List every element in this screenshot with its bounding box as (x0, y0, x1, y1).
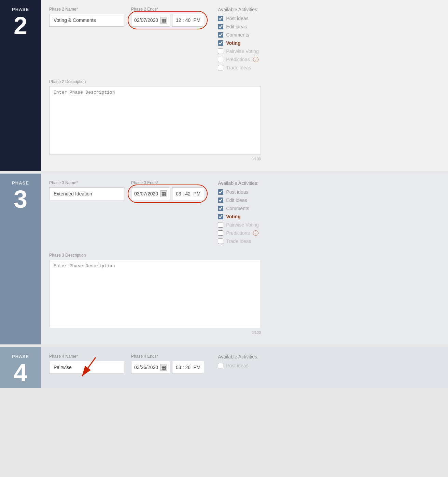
phase-2-pairwise-checkbox[interactable] (218, 49, 223, 54)
phase-4-activities: Available Activities: Post ideas (211, 354, 286, 371)
phase-3-pairwise-checkbox[interactable] (218, 222, 223, 228)
phase-2-name-label: Phase 2 Name* (49, 7, 124, 12)
phase-2-calendar-icon[interactable]: ▦ (160, 17, 167, 24)
phase-2-post-ideas-checkbox[interactable] (218, 16, 223, 21)
phase-2-description-textarea[interactable] (49, 86, 261, 154)
phase-2-date-value: 02/07/2020 (134, 17, 158, 23)
phase-4-number: 4 (14, 360, 27, 385)
phase-4-header: Phase 4 Name* Phase 4 Ends* 03/26/2020 ▦ (49, 354, 440, 374)
phase-3-char-count: 0/100 (49, 330, 261, 335)
phase-2-activity-voting: Voting (218, 40, 286, 46)
phase-3-predictions-checkbox[interactable] (218, 230, 223, 236)
phase-2-comments-label: Comments (226, 32, 249, 38)
phase-4-post-ideas-checkbox[interactable] (218, 363, 223, 368)
phase-3-post-ideas-label: Post ideas (226, 189, 248, 195)
phase-2-edit-ideas-checkbox[interactable] (218, 24, 223, 29)
phase-4-time-input[interactable]: 03 : 26 PM (172, 361, 204, 374)
phase-3-trade-ideas-checkbox[interactable] (218, 238, 223, 244)
phase-2-voting-label: Voting (226, 40, 241, 46)
phase-2-predictions-info-icon[interactable]: i (253, 57, 258, 62)
phase-2-pairwise-label: Pairwise Voting (226, 49, 259, 54)
phase-2-label: PHASE (12, 7, 29, 12)
phase-2-date-time-group: 02/07/2020 ▦ 12 : 40 PM (131, 14, 204, 27)
phase-3-voting-checkbox[interactable] (218, 214, 223, 219)
phase-2-activities-title: Available Activities: (218, 7, 286, 12)
phase-3-ends-group: Phase 3 Ends* 03/07/2020 ▦ 03 (131, 180, 204, 200)
phase-2-activity-trade-ideas: Trade ideas (218, 65, 286, 70)
phase-4-calendar-icon[interactable]: ▦ (160, 364, 167, 371)
phase-2-description-label: Phase 2 Description (49, 79, 440, 84)
phase-3-predictions-info-icon[interactable]: i (253, 230, 258, 236)
phase-3-activity-voting: Voting (218, 214, 286, 219)
phase-3-date-time-group: 03/07/2020 ▦ 03 : 42 PM (131, 187, 204, 200)
phase-3-section: PHASE 3 Phase 3 Name* Phase 3 Ends* 03/0… (0, 174, 448, 344)
phase-2-activity-post-ideas: Post ideas (218, 16, 286, 21)
phase-4-activities-title: Available Activities: (218, 354, 286, 359)
phase-3-trade-ideas-label: Trade ideas (226, 238, 251, 244)
phase-4-arrow (75, 354, 102, 381)
phase-2-trade-ideas-label: Trade ideas (226, 65, 251, 70)
phase-3-period: PM (193, 191, 200, 196)
phase-2-name-input[interactable] (49, 14, 124, 27)
phase-2-section: PHASE 2 Phase 2 Name* Phase 2 Ends* 02/0… (0, 0, 448, 171)
phase-2-date-input[interactable]: 02/07/2020 ▦ (131, 14, 170, 27)
phase-2-period: PM (193, 17, 200, 23)
phase-4-ends-label: Phase 4 Ends* (131, 354, 204, 359)
phase-2-time-input[interactable]: 12 : 40 PM (172, 14, 204, 27)
phase-3-name-input[interactable] (49, 187, 124, 200)
phase-2-voting-checkbox[interactable] (218, 40, 223, 46)
phase-4-date-time-group: 03/26/2020 ▦ 03 : 26 PM (131, 361, 204, 374)
phase-3-voting-label: Voting (226, 214, 241, 219)
phase-4-ends-group: Phase 4 Ends* 03/26/2020 ▦ 03 : 26 (131, 354, 204, 374)
phase-3-edit-ideas-checkbox[interactable] (218, 197, 223, 203)
phase-3-edit-ideas-label: Edit ideas (226, 197, 247, 203)
phase-3-number: 3 (14, 187, 27, 212)
phase-4-date-input[interactable]: 03/26/2020 ▦ (131, 361, 170, 374)
phase-2-trade-ideas-checkbox[interactable] (218, 65, 223, 70)
phase-2-activity-predictions: Predictions i (218, 57, 286, 62)
phase-4-activity-post-ideas: Post ideas (218, 363, 286, 368)
phase-3-comments-checkbox[interactable] (218, 206, 223, 211)
phase-2-name-group: Phase 2 Name* (49, 7, 124, 27)
phase-3-pairwise-label: Pairwise Voting (226, 222, 259, 228)
phase-4-label: PHASE (12, 354, 29, 359)
phase-3-date-input[interactable]: 03/07/2020 ▦ (131, 187, 170, 200)
phase-2-date-time-circled: 02/07/2020 ▦ 12 : 40 PM (131, 14, 204, 27)
phase-2-predictions-label: Predictions (226, 57, 250, 62)
phase-4-date-value: 03/26/2020 (134, 365, 158, 370)
phase-2-post-ideas-label: Post ideas (226, 16, 248, 21)
phase-3-ends-label: Phase 3 Ends* (131, 180, 204, 185)
phase-3-post-ideas-checkbox[interactable] (218, 189, 223, 195)
phase-3-activity-predictions: Predictions i (218, 230, 286, 236)
phase-3-description-textarea[interactable] (49, 260, 261, 328)
phase-2-predictions-checkbox[interactable] (218, 57, 223, 62)
phase-2-ends-label: Phase 2 Ends* (131, 7, 204, 12)
phase-3-calendar-icon[interactable]: ▦ (160, 190, 167, 197)
phase-2-content: Phase 2 Name* Phase 2 Ends* 02/07/2020 ▦ (41, 0, 448, 171)
phase-3-activity-post-ideas: Post ideas (218, 189, 286, 195)
phase-2-edit-ideas-label: Edit ideas (226, 24, 247, 29)
phase-3-activity-trade-ideas: Trade ideas (218, 238, 286, 244)
phase-2-hour: 12 (176, 17, 181, 23)
phase-3-comments-label: Comments (226, 206, 249, 211)
phase-2-comments-checkbox[interactable] (218, 32, 223, 38)
phase-3-time-input[interactable]: 03 : 42 PM (172, 187, 204, 200)
phase-3-hour: 03 (176, 191, 181, 196)
phase-4-hour: 03 (176, 365, 181, 370)
phase-3-predictions-label: Predictions (226, 230, 250, 236)
phase-4-post-ideas-label: Post ideas (226, 363, 248, 368)
phase-3-header: Phase 3 Name* Phase 3 Ends* 03/07/2020 ▦ (49, 180, 440, 247)
phase-3-description-label: Phase 3 Description (49, 253, 440, 258)
phase-2-sidebar: PHASE 2 (0, 0, 41, 171)
phase-3-activity-pairwise: Pairwise Voting (218, 222, 286, 228)
phase-3-date-time-circled: 03/07/2020 ▦ 03 : 42 PM (131, 187, 204, 200)
phase-2-char-count: 0/100 (49, 157, 261, 161)
phase-2-activity-edit-ideas: Edit ideas (218, 24, 286, 29)
phase-3-activities-title: Available Activities: (218, 180, 286, 186)
phase-3-description-section: Phase 3 Description 0/100 (49, 253, 440, 335)
phase-2-activities: Available Activities: Post ideas Edit id… (211, 7, 286, 73)
phase-3-minute: 42 (185, 191, 191, 196)
phase-3-activities: Available Activities: Post ideas Edit id… (211, 180, 286, 247)
phase-4-period: PM (193, 365, 200, 370)
phase-4-sidebar: PHASE 4 (0, 347, 41, 388)
